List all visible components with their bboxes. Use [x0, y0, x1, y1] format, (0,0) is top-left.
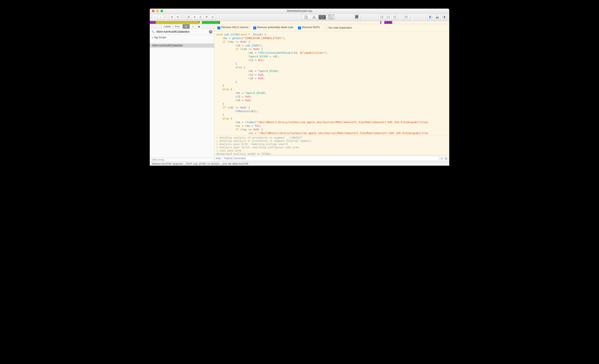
mode-p-button[interactable]: P [204, 15, 210, 20]
undo-group: ↺ ↻ [169, 15, 181, 20]
back-button[interactable]: ‹ [152, 15, 158, 20]
segment[interactable] [381, 21, 384, 24]
command-row: >>> ⊘ 🗑 [214, 155, 449, 161]
left-panel-toggle[interactable] [428, 15, 434, 20]
app-window: libMobileGestalt.hop ‹ › ↺ ↻ D A C P U m… [150, 8, 449, 166]
cfg-icon [312, 16, 316, 19]
mode-group: D A C P U [186, 15, 216, 20]
view-group: movadd if(b)f(b); 486F70706572204469 [302, 15, 335, 20]
hex-view-button[interactable]: 486F70706572204469 [327, 15, 335, 20]
opt-no-dup[interactable]: No code duplication [325, 26, 352, 29]
pseudo-view-button[interactable]: if(b)f(b); [318, 15, 327, 20]
search-row: 🔍 ✕ [150, 29, 214, 35]
left-panel-icon [430, 16, 432, 18]
forward-button[interactable]: › [158, 15, 164, 20]
layout-group [379, 15, 398, 20]
mode-c-button[interactable]: C [198, 15, 204, 20]
main-split: LabelsProc.Str☆◉ 🔍 ✕ Tag Scope ○ 8Shl+Ad… [150, 24, 449, 161]
trash-button[interactable]: 🗑 [445, 157, 448, 160]
sidebar: LabelsProc.Str☆◉ 🔍 ✕ Tag Scope ○ 8Shl+Ad… [150, 24, 214, 161]
status-bar: Address 0x13746, Segment __TEXT, sub_137… [150, 161, 449, 166]
search-icon: 🔍 [151, 30, 155, 33]
segment-strip[interactable]: ▼ [150, 21, 449, 24]
clear-search-button[interactable]: ✕ [209, 30, 212, 34]
analysis-log[interactable]: > dataflow analysis of procedures in seg… [214, 135, 449, 155]
results-count: 1405 strings [150, 158, 214, 161]
dots-icon [387, 16, 390, 18]
opt-remove-dead[interactable]: Remove potentially dead code [253, 26, 293, 29]
pseudo-icon: if(b)f(b); [319, 15, 326, 19]
vsplit-icon [380, 16, 383, 18]
opt-remove-hilo[interactable]: Remove HI/LO macros [217, 26, 248, 29]
svg-rect-0 [314, 16, 315, 17]
decomp-options: Remove HI/LO macros Remove potentially d… [214, 24, 449, 31]
python-command-input[interactable] [222, 156, 439, 161]
segment[interactable] [202, 21, 219, 24]
vsplit2-icon [393, 16, 396, 18]
right-panel-icon [442, 16, 445, 18]
redo-button[interactable]: ↻ [175, 15, 181, 20]
prompt-label: >>> [216, 157, 221, 160]
result-row[interactable]: 8Shl+AdVKo09f1Sldkb0kA [150, 43, 214, 48]
mode-u-button[interactable]: U [210, 15, 216, 20]
decompiled-code[interactable]: void sub_13746(void * _block) { rbx = ge… [214, 31, 449, 135]
sidebar-tab-proc[interactable]: Proc. [173, 24, 183, 29]
opt-remove-nops[interactable]: Remove NOPs [298, 26, 320, 29]
window-title: libMobileGestalt.hop [150, 9, 449, 12]
segment[interactable] [392, 21, 449, 24]
hex-icon: 486F70706572204469 [328, 15, 334, 20]
bottom-panel-icon [436, 16, 439, 18]
segment[interactable] [156, 21, 200, 24]
mode-d-button[interactable]: D [186, 15, 192, 20]
asm-icon: movadd [304, 15, 309, 19]
sidebar-tab-str[interactable]: Str [183, 24, 190, 29]
segment[interactable] [150, 21, 156, 24]
mode-a-button[interactable]: A [192, 15, 198, 20]
panel-toggle-group [428, 15, 447, 20]
right-panel-toggle[interactable] [441, 15, 447, 20]
clear-command-button[interactable]: ⊘ [441, 157, 443, 160]
asm-view-button[interactable]: movadd [302, 15, 311, 20]
svg-rect-1 [312, 18, 314, 18]
layout-list-button[interactable] [403, 15, 409, 20]
sidebar-tabs: LabelsProc.Str☆◉ [150, 24, 214, 29]
sidebar-tab-labels[interactable]: Labels [162, 24, 173, 29]
nav-group: ‹ › [152, 15, 164, 20]
layout-3-button[interactable] [392, 15, 398, 20]
position-marker-icon: ▼ [198, 21, 200, 23]
layout-1-button[interactable] [379, 15, 385, 20]
content-pane: Remove HI/LO macros Remove potentially d… [214, 24, 449, 161]
bottom-panel-toggle[interactable] [434, 15, 441, 20]
svg-rect-2 [315, 18, 316, 18]
layout-2-button[interactable] [385, 15, 392, 20]
cfg-view-button[interactable] [311, 15, 318, 20]
undo-button[interactable]: ↺ [169, 15, 175, 20]
list-icon [405, 16, 407, 18]
cpu-icon [355, 15, 359, 19]
sidebar-tab-[interactable]: ◉ [196, 24, 202, 29]
titlebar: libMobileGestalt.hop [150, 8, 449, 13]
cpu-arch-button[interactable] [353, 15, 360, 20]
toolbar: ‹ › ↺ ↻ D A C P U movadd if(b)f(b); [150, 13, 449, 21]
tag-scope-toggle[interactable]: Tag Scope [150, 35, 214, 40]
results-top-indicator: ○ [150, 40, 214, 43]
segment[interactable] [220, 21, 380, 24]
results-list: ○ 8Shl+AdVKo09f1Sldkb0kA [150, 40, 214, 158]
sidebar-tab-[interactable]: ☆ [190, 24, 196, 29]
segment[interactable] [384, 21, 392, 24]
search-input[interactable] [156, 30, 208, 34]
